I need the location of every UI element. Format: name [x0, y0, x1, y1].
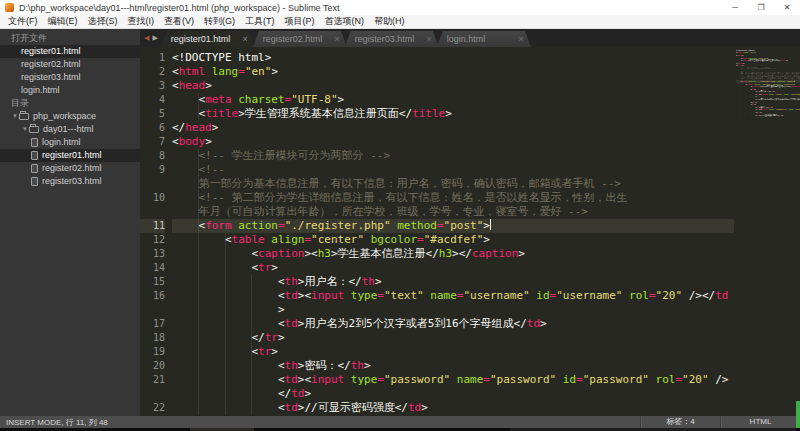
menu-item[interactable]: 首选项(N) — [320, 15, 370, 28]
code-token: tr — [258, 345, 271, 358]
folder-tree: ▼php_workspace▼day01---htmllogin.htmlreg… — [0, 110, 140, 188]
syntax-indicator[interactable]: HTML — [720, 416, 800, 428]
code-token: >//可显示密码强度</ — [759, 114, 779, 116]
tab-register02-html[interactable]: register02.html× — [253, 31, 347, 47]
tree-folder-item[interactable]: ▼php_workspace — [0, 110, 140, 123]
close-icon[interactable]: × — [335, 35, 340, 44]
code-line[interactable]: 第一部分为基本信息注册，有以下信息：用户名，密码，确认密码，邮箱或者手机 --> — [172, 177, 734, 191]
code-token: "username" — [790, 93, 800, 95]
code-line[interactable]: <!DOCTYPE html> — [172, 51, 734, 65]
code-line[interactable]: <head> — [172, 79, 734, 93]
tree-item-label: php_workspace — [33, 110, 96, 123]
menu-item[interactable]: 查找(I) — [123, 15, 160, 28]
code-line[interactable]: <caption><h3>学生基本信息注册</h3></caption> — [172, 247, 734, 261]
notification-sliver — [796, 401, 800, 428]
code-token: type — [351, 373, 378, 386]
editor-body[interactable]: 12345678910111213141516171819202122 <!DO… — [140, 47, 800, 416]
menu-item[interactable]: 文件(F) — [3, 15, 43, 28]
close-icon[interactable]: × — [243, 35, 248, 44]
tree-file-item[interactable]: register03.html — [0, 175, 140, 188]
code-token: > — [518, 247, 525, 260]
line-number: 16 — [140, 289, 165, 303]
code-line[interactable]: <html lang="en"> — [172, 65, 734, 79]
close-button[interactable]: ✕ — [774, 0, 800, 15]
tree-file-item[interactable]: register02.html — [0, 162, 140, 175]
code-token: td — [285, 373, 298, 386]
menu-item[interactable]: 转到(G) — [199, 15, 240, 28]
code-line[interactable]: <th>用户名：</th> — [172, 275, 734, 289]
menu-item[interactable]: 项目(P) — [280, 15, 320, 28]
tree-folder-item[interactable]: ▼day01---html — [0, 123, 140, 136]
menu-item[interactable]: 编辑(E) — [43, 15, 83, 28]
line-number: 12 — [140, 233, 165, 247]
code-token: < — [172, 93, 205, 106]
code-line[interactable]: 年月（可自动计算出年龄），所在学校，班级，学号，专业，寝室号，爱好 --> — [172, 205, 734, 219]
code-token: action — [238, 219, 278, 232]
tree-file-item[interactable]: login.html — [0, 136, 140, 149]
code-line[interactable]: <tr> — [172, 261, 734, 275]
code-token: "#acdfef" — [424, 233, 484, 246]
code-line[interactable]: <!-- 第二部分为学生详细信息注册，有以下信息：姓名，是否以姓名显示，性别，出… — [172, 191, 734, 205]
line-number: 4 — [140, 93, 165, 107]
tab-scroll-right-icon[interactable]: ▶ — [152, 34, 157, 41]
code-line[interactable]: <table align="center" bgcolor="#acdfef"> — [172, 233, 734, 247]
close-icon[interactable]: × — [519, 35, 524, 44]
line-number: 7 — [140, 135, 165, 149]
code-line[interactable]: <tr> — [172, 345, 734, 359]
code-line[interactable]: > — [172, 303, 734, 317]
code-line[interactable]: <td><input type="text" name="username" i… — [172, 289, 734, 303]
code-token: tr — [265, 331, 278, 344]
code-line[interactable]: <title>学生管理系统基本信息注册页面</title> — [172, 107, 734, 121]
window-title: D:\php_workspace\day01---html\register01… — [19, 3, 339, 13]
line-number: 21 — [140, 373, 165, 387]
restore-button[interactable]: ❐ — [748, 0, 774, 15]
tree-file-item[interactable]: register01.html — [0, 149, 140, 162]
code-token: > — [271, 65, 278, 78]
code-token: > — [782, 114, 783, 116]
code-token: "20" — [682, 373, 709, 386]
code-area[interactable]: <!DOCTYPE html><html lang="en"><head> <m… — [172, 47, 734, 416]
code-token: >用户名为2到5个汉字或者5到16个字母组成</ — [759, 98, 800, 100]
code-line[interactable]: </tr> — [172, 331, 734, 345]
minimap[interactable]: <!DOCTYPE html><html lang="en"><head> <m… — [734, 47, 800, 416]
minimize-button[interactable]: ─ — [722, 0, 748, 15]
tab-register01-html[interactable]: register01.html× — [161, 31, 255, 47]
open-file-item[interactable]: register03.html — [0, 71, 140, 84]
close-icon[interactable]: × — [427, 35, 432, 44]
open-file-item[interactable]: register02.html — [0, 58, 140, 71]
open-file-item[interactable]: register01.html — [0, 45, 140, 58]
chevron-down-icon[interactable]: ▼ — [21, 123, 29, 136]
code-line[interactable]: <meta charset="UTF-8"> — [172, 93, 734, 107]
code-token: = — [417, 233, 424, 246]
code-token: = — [483, 373, 490, 386]
line-number: 11 — [140, 219, 165, 233]
code-line[interactable]: <td>//可显示密码强度</td> — [172, 401, 734, 415]
chevron-down-icon[interactable]: ▼ — [11, 110, 19, 123]
code-line[interactable]: <th>密码：</th> — [172, 359, 734, 373]
menu-item[interactable]: 工具(T) — [240, 15, 280, 28]
code-line[interactable]: <form action="./register.php" method="po… — [172, 219, 734, 233]
code-line[interactable]: <td><input type="password" name="passwor… — [172, 373, 734, 387]
tab-scroll-left-icon[interactable]: ◀ — [144, 34, 149, 41]
tab-register03-html[interactable]: register03.html× — [345, 31, 439, 47]
code-line[interactable]: <body> — [172, 135, 734, 149]
window-controls: ─ ❐ ✕ — [722, 0, 800, 15]
file-icon — [31, 164, 38, 173]
menu-item[interactable]: 选择(S) — [83, 15, 123, 28]
menu-item[interactable]: 查看(V) — [159, 15, 199, 28]
file-icon — [31, 138, 38, 147]
code-token: > — [540, 317, 547, 330]
open-file-item[interactable]: login.html — [0, 84, 140, 97]
code-line[interactable]: </td> — [172, 387, 734, 401]
tab-login-html[interactable]: login.html× — [437, 31, 531, 47]
line-number — [140, 387, 165, 401]
tab-size-indicator[interactable]: 标签：4 — [640, 416, 720, 428]
code-line[interactable]: <!-- — [172, 163, 734, 177]
code-line[interactable]: </head> — [172, 121, 734, 135]
menu-item[interactable]: 帮助(H) — [369, 15, 410, 28]
code-token — [649, 373, 656, 386]
code-line[interactable]: <td>用户名为2到5个汉字或者5到16个字母组成</td> — [172, 317, 734, 331]
code-line[interactable]: <!-- 学生注册模块可分为两部分 --> — [172, 149, 734, 163]
tree-item-label: register02.html — [42, 162, 102, 175]
tab-scroll-controls: ◀ ▶ — [140, 29, 161, 47]
